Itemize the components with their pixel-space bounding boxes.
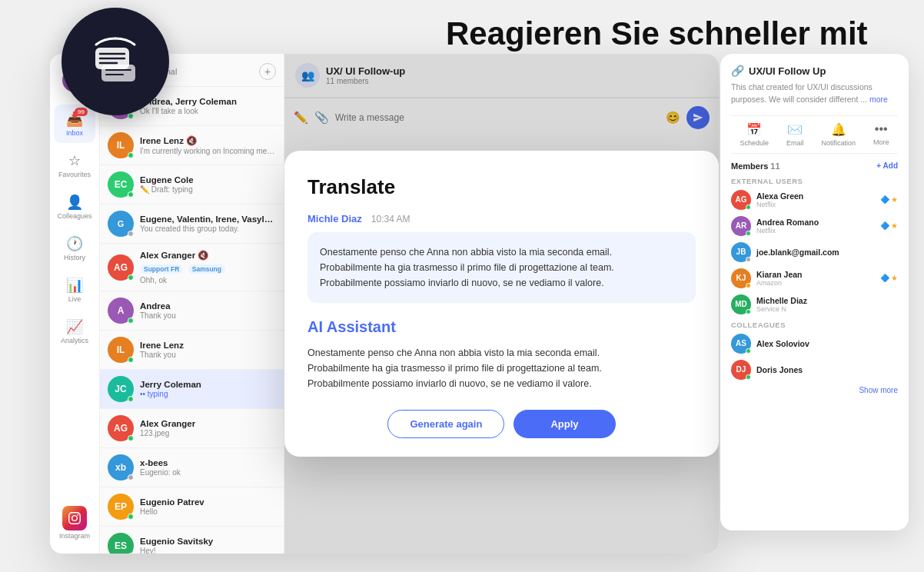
sidebar-item-colleagues[interactable]: 👤 Colleagues xyxy=(54,188,95,226)
svg-rect-4 xyxy=(101,65,135,81)
modal-overlay: Translate Michle Diaz 10:34 AM Onestamen… xyxy=(284,54,719,554)
sidebar-item-history[interactable]: 🕐 History xyxy=(54,229,95,268)
email-action[interactable]: ✉️ Email xyxy=(786,122,804,147)
apply-button[interactable]: Apply xyxy=(514,410,615,438)
add-member-button[interactable]: + Add xyxy=(876,161,898,170)
avatar: JC xyxy=(108,376,134,402)
instagram-label: Instagram xyxy=(59,532,90,540)
show-more-description[interactable]: more xyxy=(869,95,888,104)
more-label: More xyxy=(873,138,889,146)
generate-again-button[interactable]: Generate again xyxy=(387,410,504,438)
avatar: MD xyxy=(731,294,751,314)
colleagues-label: Colleagues xyxy=(57,212,91,220)
ai-line-1: Onestamente penso che Anna non abbia vis… xyxy=(307,345,696,361)
right-panel: 🔗 UX/UI Follow Up This chat created for … xyxy=(720,54,909,530)
member-item: AS Alex Soloviov xyxy=(731,334,898,354)
external-users-label: External users xyxy=(731,177,898,185)
member-item: AG Alexa Green Netflix 🔷 ★ xyxy=(731,190,898,210)
avatar: G xyxy=(108,211,134,237)
avatar: KJ xyxy=(731,268,751,288)
right-panel-name: UX/UI Follow Up xyxy=(749,65,826,77)
colleagues-icon: 👤 xyxy=(66,194,83,211)
conversations-panel: All External + Andrea, Jerry Coleman Ok … xyxy=(100,54,284,554)
notification-icon: 🔔 xyxy=(831,122,846,137)
list-item[interactable]: EC Eugene Cole ✏️ Draft: typing xyxy=(100,165,284,205)
list-item[interactable]: AG Alex Granger 123.jpeg xyxy=(100,409,284,448)
member-item: AR Andrea Romano Netflix 🔷 ★ xyxy=(731,216,898,236)
add-conversation-button[interactable]: + xyxy=(259,63,276,80)
list-item[interactable]: AG Alex Granger 🔇 Support FR Samsung Ohh… xyxy=(100,244,284,291)
more-icon: ••• xyxy=(875,122,888,136)
app-window: 📥 99 Inbox ☆ Favourites 👤 Colleagues 🕐 H… xyxy=(50,54,719,554)
list-item[interactable]: ES Eugenio Savitsky Hey! xyxy=(100,527,284,554)
email-icon: ✉️ xyxy=(787,122,803,137)
modal-actions: Generate again Apply xyxy=(307,410,696,438)
member-item: KJ Kiaran Jean Amazon 🔷 ★ xyxy=(731,268,898,288)
original-line-2: Probabilmente ha gia trasmesso il primo … xyxy=(320,260,683,275)
ai-section-title: AI Assistant xyxy=(307,318,696,336)
avatar: AS xyxy=(731,334,751,354)
colleagues-section: Colleagues AS Alex Soloviov DJ Doris Jon… xyxy=(731,321,898,394)
show-more-button[interactable]: Show more xyxy=(731,386,898,394)
notification-label: Notification xyxy=(821,139,856,147)
message-sender: Michle Diaz xyxy=(307,213,362,224)
list-item[interactable]: A Andrea Thank you xyxy=(100,291,284,331)
message-time: 10:34 AM xyxy=(371,214,410,224)
notification-action[interactable]: 🔔 Notification xyxy=(821,122,856,147)
translate-modal: Translate Michle Diaz 10:34 AM Onestamen… xyxy=(284,151,719,457)
original-message: Onestamente penso che Anna non abbia vis… xyxy=(307,232,696,303)
analytics-icon: 📈 xyxy=(66,318,83,335)
list-item[interactable]: G Eugene, Valentin, Irene, Vasyly, E... … xyxy=(100,205,284,244)
member-item: MD Michelle Diaz Service N xyxy=(731,294,898,314)
avatar: AG xyxy=(108,415,134,441)
member-item: DJ Doris Jones xyxy=(731,360,898,380)
panel-actions: 📅 Schedule ✉️ Email 🔔 Notification ••• M… xyxy=(731,115,898,154)
list-item[interactable]: IL Irene Lenz Thank you xyxy=(100,331,284,370)
schedule-icon: 📅 xyxy=(746,122,762,137)
avatar: xb xyxy=(108,454,134,481)
instagram-icon xyxy=(62,506,87,530)
members-label: Members 11 xyxy=(731,161,780,171)
schedule-action[interactable]: 📅 Schedule xyxy=(740,122,769,147)
member-item: JB joe.blank@gmail.com xyxy=(731,242,898,262)
favourites-icon: ☆ xyxy=(68,152,81,169)
members-header: Members 11 + Add xyxy=(731,161,898,171)
original-line-3: Probabilmente possiamo inviarlo di nuovo… xyxy=(320,275,683,291)
conversations-list: Andrea, Jerry Coleman Ok I'll take a loo… xyxy=(100,87,284,554)
avatar: IL xyxy=(108,337,134,363)
favourites-label: Favourites xyxy=(58,171,91,178)
avatar: A xyxy=(108,298,134,324)
message-meta: Michle Diaz 10:34 AM xyxy=(307,213,696,224)
sidebar-nav: 📥 99 Inbox ☆ Favourites 👤 Colleagues 🕐 H… xyxy=(50,54,100,554)
avatar: EC xyxy=(108,171,134,198)
list-item[interactable]: JC Jerry Coleman •• typing xyxy=(100,370,284,409)
sidebar-item-instagram[interactable]: Instagram xyxy=(54,500,95,546)
original-line-1: Onestamente penso che Anna non abbia vis… xyxy=(320,244,683,260)
brand-icon xyxy=(61,8,169,115)
list-item[interactable]: IL Irene Lenz 🔇 I'm currently working on… xyxy=(100,126,284,165)
doris-jones-name: Doris Jones xyxy=(756,365,898,374)
avatar: IL xyxy=(108,132,134,158)
sidebar-item-inbox[interactable]: 📥 99 Inbox xyxy=(54,105,95,143)
main-container: Reagieren Sie schneller mit KI xyxy=(0,0,924,572)
list-item[interactable]: xb x-bees Eugenio: ok xyxy=(100,448,284,487)
modal-title: Translate xyxy=(307,175,696,199)
sidebar-item-analytics[interactable]: 📈 Analytics xyxy=(54,312,95,351)
avatar: DJ xyxy=(731,360,751,380)
avatar: AR xyxy=(731,216,751,236)
sidebar-item-live[interactable]: 📊 Live xyxy=(54,271,95,309)
right-panel-description: This chat created for UX/UI discussions … xyxy=(731,81,898,106)
chat-panel: 👥 UX/ UI Follow-up 11 members Translate … xyxy=(284,54,719,554)
colleagues-label: Colleagues xyxy=(731,321,898,329)
right-panel-title: 🔗 UX/UI Follow Up xyxy=(731,65,898,77)
history-icon: 🕐 xyxy=(66,235,83,252)
schedule-label: Schedule xyxy=(740,139,769,147)
avatar: AG xyxy=(108,254,134,281)
sidebar-item-favourites[interactable]: ☆ Favourites xyxy=(54,146,95,185)
more-action[interactable]: ••• More xyxy=(873,122,889,147)
list-item[interactable]: EP Eugenio Patrev Hello xyxy=(100,487,284,527)
history-label: History xyxy=(64,254,85,261)
avatar: JB xyxy=(731,242,751,262)
inbox-badge: 99 xyxy=(75,108,88,116)
live-icon: 📊 xyxy=(66,277,83,294)
